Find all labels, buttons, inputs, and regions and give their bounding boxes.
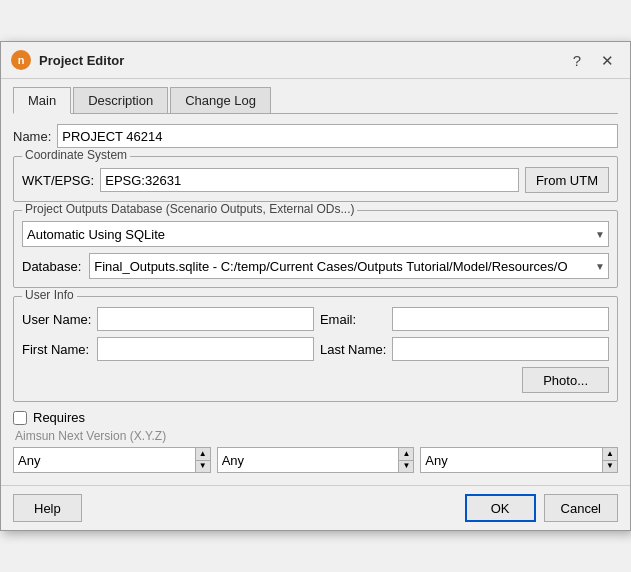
output-type-wrapper: Automatic Using SQLite External Database… xyxy=(22,221,609,247)
photo-row: Photo... xyxy=(22,367,609,393)
wkt-input[interactable] xyxy=(100,168,519,192)
user-info-group: User Info User Name: Email: First Name: … xyxy=(13,296,618,402)
lastname-label: Last Name: xyxy=(320,342,386,357)
project-editor-dialog: n Project Editor ? ✕ Main Description Ch… xyxy=(0,41,631,531)
major-spinner: ▲ ▼ xyxy=(13,447,211,473)
email-label: Email: xyxy=(320,312,386,327)
project-outputs-group: Project Outputs Database (Scenario Outpu… xyxy=(13,210,618,288)
name-input[interactable] xyxy=(57,124,618,148)
spinners-row: ▲ ▼ ▲ ▼ ▲ ▼ xyxy=(13,447,618,473)
tabs-container: Main Description Change Log xyxy=(13,87,618,114)
wkt-row: WKT/EPSG: From UTM xyxy=(22,167,609,193)
database-row: Database: Final_Outputs.sqlite - C:/temp… xyxy=(22,253,609,279)
minor-spinner-input[interactable] xyxy=(218,448,399,472)
wkt-label: WKT/EPSG: xyxy=(22,173,94,188)
tab-main[interactable]: Main xyxy=(13,87,71,114)
lastname-input[interactable] xyxy=(392,337,609,361)
title-actions: ? ✕ xyxy=(567,51,620,70)
help-button[interactable]: Help xyxy=(13,494,82,522)
requires-row: Requires xyxy=(13,410,618,425)
patch-spinner-up[interactable]: ▲ xyxy=(603,448,617,461)
version-label: Aimsun Next Version (X.Y.Z) xyxy=(13,429,618,443)
help-title-button[interactable]: ? xyxy=(567,51,587,70)
project-outputs-legend: Project Outputs Database (Scenario Outpu… xyxy=(22,202,357,216)
coordinate-system-group: Coordinate System WKT/EPSG: From UTM xyxy=(13,156,618,202)
close-button[interactable]: ✕ xyxy=(595,51,620,70)
requires-label: Requires xyxy=(33,410,85,425)
app-icon: n xyxy=(11,50,31,70)
username-input[interactable] xyxy=(97,307,314,331)
cancel-button[interactable]: Cancel xyxy=(544,494,618,522)
from-utm-button[interactable]: From UTM xyxy=(525,167,609,193)
name-row: Name: xyxy=(13,124,618,148)
email-input[interactable] xyxy=(392,307,609,331)
database-select[interactable]: Final_Outputs.sqlite - C:/temp/Current C… xyxy=(89,253,609,279)
output-type-select[interactable]: Automatic Using SQLite External Database xyxy=(22,221,609,247)
minor-spinner: ▲ ▼ xyxy=(217,447,415,473)
name-label: Name: xyxy=(13,129,51,144)
dialog-footer: Help OK Cancel xyxy=(1,485,630,530)
tab-description[interactable]: Description xyxy=(73,87,168,113)
minor-spinner-up[interactable]: ▲ xyxy=(399,448,413,461)
patch-spinner-input[interactable] xyxy=(421,448,602,472)
dialog-body: Main Description Change Log Name: Coordi… xyxy=(1,79,630,485)
minor-spinner-down[interactable]: ▼ xyxy=(399,461,413,473)
major-spinner-down[interactable]: ▼ xyxy=(196,461,210,473)
user-grid: User Name: Email: First Name: Last Name: xyxy=(22,307,609,361)
major-spinner-up[interactable]: ▲ xyxy=(196,448,210,461)
database-wrapper: Final_Outputs.sqlite - C:/temp/Current C… xyxy=(89,253,609,279)
user-info-legend: User Info xyxy=(22,288,77,302)
dialog-title: Project Editor xyxy=(39,53,567,68)
requires-section: Requires Aimsun Next Version (X.Y.Z) ▲ ▼… xyxy=(13,410,618,473)
firstname-input[interactable] xyxy=(97,337,314,361)
patch-spinner: ▲ ▼ xyxy=(420,447,618,473)
title-bar: n Project Editor ? ✕ xyxy=(1,42,630,79)
photo-button[interactable]: Photo... xyxy=(522,367,609,393)
username-label: User Name: xyxy=(22,312,91,327)
tab-changelog[interactable]: Change Log xyxy=(170,87,271,113)
ok-button[interactable]: OK xyxy=(465,494,536,522)
patch-spinner-down[interactable]: ▼ xyxy=(603,461,617,473)
database-label: Database: xyxy=(22,259,81,274)
requires-checkbox[interactable] xyxy=(13,411,27,425)
major-spinner-input[interactable] xyxy=(14,448,195,472)
footer-right: OK Cancel xyxy=(465,494,618,522)
output-type-row: Automatic Using SQLite External Database… xyxy=(22,221,609,247)
coordinate-system-legend: Coordinate System xyxy=(22,148,130,162)
firstname-label: First Name: xyxy=(22,342,91,357)
